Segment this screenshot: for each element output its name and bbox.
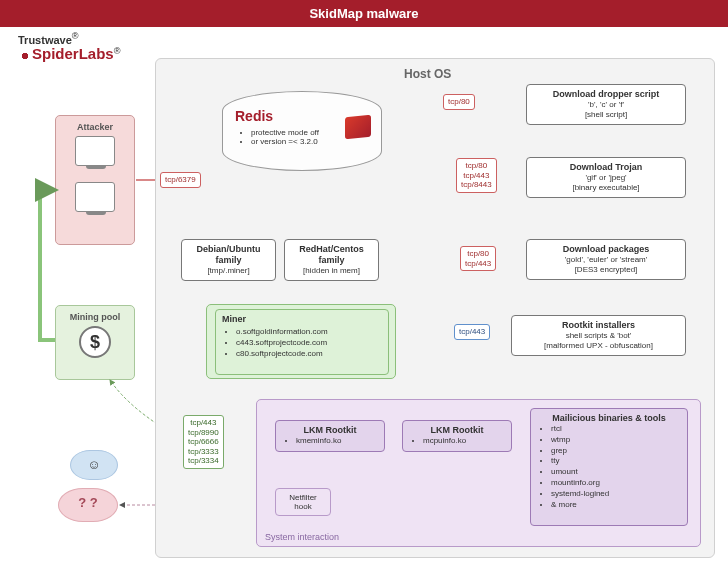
port-dropper: tcp/80 xyxy=(443,94,475,110)
netfilter-hook: Netfilter hook xyxy=(275,488,331,516)
dollar-icon: $ xyxy=(79,326,111,358)
list-item: systemd-logined xyxy=(551,489,681,500)
rootkit-node: Rootkit installers shell scripts & 'bot'… xyxy=(511,315,686,356)
node-sub: shell scripts & 'bot' xyxy=(518,331,679,341)
node-sub: [malformed UPX - obfuscation] xyxy=(518,341,679,351)
node-title: Download dropper script xyxy=(533,89,679,99)
cloud-emoji: ☺ xyxy=(70,450,118,480)
node-title: Download Trojan xyxy=(533,162,679,172)
lkm-module: mcpuinfo.ko xyxy=(423,436,505,447)
title-banner: SkidMap malware xyxy=(0,0,728,27)
list-item: umount xyxy=(551,467,681,478)
node-title: RedHat/Centos xyxy=(291,244,372,254)
dropper-node: Download dropper script 'b', 'c' or 'f' … xyxy=(526,84,686,125)
node-title: LKM Rootkit xyxy=(282,425,378,435)
laptop-icon xyxy=(75,136,115,166)
port-miner: tcp/443 tcp/8990 tcp/6666 tcp/3333 tcp/3… xyxy=(183,415,224,469)
attacker-label: Attacker xyxy=(62,122,128,132)
node-title: family xyxy=(188,255,269,265)
port-rootkit: tcp/443 xyxy=(454,324,490,340)
node-sub: [DES3 encrypted] xyxy=(533,265,679,275)
port-packages: tcp/80 tcp/443 xyxy=(460,246,496,271)
redis-node: Redis protective mode off or version =< … xyxy=(222,91,382,171)
node-title: Debian/Ubuntu xyxy=(188,244,269,254)
list-item: rtcl xyxy=(551,424,681,435)
miner-host: c443.softprojectcode.com xyxy=(236,338,382,349)
port-trojan: tcp/80 tcp/443 tcp/8443 xyxy=(456,158,497,193)
lkm-module: kmeminfo.ko xyxy=(296,436,378,447)
lkm-rootkit-mcpuinfo: LKM Rootkit mcpuinfo.ko xyxy=(402,420,512,452)
port-redis: tcp/6379 xyxy=(160,172,201,188)
node-sub: 'b', 'c' or 'f' xyxy=(533,100,679,110)
miner-node: Miner o.softgoldinformation.com c443.sof… xyxy=(215,309,389,375)
trojan-node: Download Trojan 'gif' or 'jpeg' [binary … xyxy=(526,157,686,198)
node-sub: [shell script] xyxy=(533,110,679,120)
packages-node: Download packages 'gold', 'euler' or 'st… xyxy=(526,239,686,280)
list-item: tty xyxy=(551,456,681,467)
logo-reg1: ® xyxy=(72,31,79,41)
node-sub: 'gif' or 'jpeg' xyxy=(533,173,679,183)
list-item: mountinfo.org xyxy=(551,478,681,489)
node-sub: [tmp/.miner] xyxy=(188,266,269,276)
list-item: & more xyxy=(551,500,681,511)
list-item: wtmp xyxy=(551,435,681,446)
miner-host: c80.softprojectcode.com xyxy=(236,349,382,360)
node-sub: [hidden in mem] xyxy=(291,266,372,276)
mining-label: Mining pool xyxy=(62,312,128,322)
node-title: Rootkit installers xyxy=(518,320,679,330)
trustwave-logo: Trustwave® SpiderLabs® xyxy=(18,32,120,63)
node-title: family xyxy=(291,255,372,265)
logo-line2: SpiderLabs xyxy=(32,45,114,62)
host-os-label: Host OS xyxy=(404,67,451,81)
cloud-question: ? ? xyxy=(58,488,118,522)
debian-node: Debian/Ubuntu family [tmp/.miner] xyxy=(181,239,276,281)
lkm-rootkit-kmeminfo: LKM Rootkit kmeminfo.ko xyxy=(275,420,385,452)
spider-icon xyxy=(18,49,32,63)
emoji-icon: ☺ xyxy=(71,451,117,479)
redhat-node: RedHat/Centos family [hidden in mem] xyxy=(284,239,379,281)
system-interaction-group: LKM Rootkit kmeminfo.ko LKM Rootkit mcpu… xyxy=(256,399,701,547)
question-icon: ? ? xyxy=(59,489,117,517)
node-sub: [binary executable] xyxy=(533,183,679,193)
host-os-panel: Host OS Redis protective mode off or ver… xyxy=(155,58,715,558)
node-title: Miner xyxy=(222,314,382,324)
laptop-icon xyxy=(75,182,115,212)
miner-group: Miner o.softgoldinformation.com c443.sof… xyxy=(206,304,396,379)
system-interaction-label: System interaction xyxy=(265,532,339,542)
mining-pool-box: Mining pool $ xyxy=(55,305,135,380)
node-title: Download packages xyxy=(533,244,679,254)
node-title: Mailicious binaries & tools xyxy=(537,413,681,423)
attacker-box: Attacker xyxy=(55,115,135,245)
logo-reg2: ® xyxy=(114,46,121,56)
list-item: grep xyxy=(551,446,681,457)
node-sub: 'gold', 'euler' or 'stream' xyxy=(533,255,679,265)
redis-icon xyxy=(345,115,371,140)
malicious-binaries: Mailicious binaries & tools rtcl wtmp gr… xyxy=(530,408,688,526)
miner-host: o.softgoldinformation.com xyxy=(236,327,382,338)
node-title: LKM Rootkit xyxy=(409,425,505,435)
